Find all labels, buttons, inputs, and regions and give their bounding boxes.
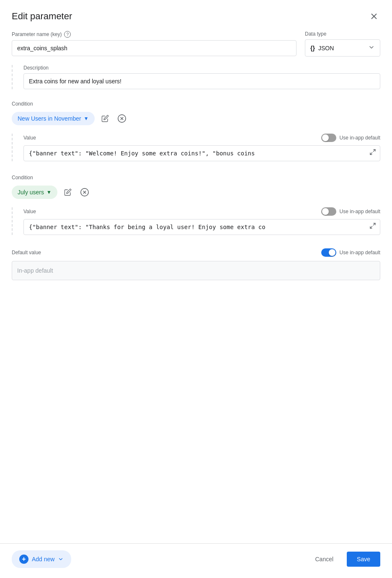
condition-1-section: Condition New Users in November ▼: [12, 101, 380, 161]
toggle-2-slider: [321, 207, 336, 216]
condition-1-label: Condition: [12, 101, 380, 107]
condition-1-value-row: Value Use in-app default: [23, 134, 380, 142]
condition-1-edit-button[interactable]: [100, 113, 111, 124]
dialog-body: Parameter name (key) ? Data type {} JSON: [0, 31, 392, 543]
description-section: Description: [12, 65, 380, 89]
condition-1-value-section: Value Use in-app default: [12, 134, 380, 161]
default-use-inapp-row: Use in-app default: [321, 248, 380, 257]
dashed-divider: [12, 65, 13, 89]
dashed-divider-1: [12, 134, 13, 161]
footer-actions: Cancel Save: [308, 552, 380, 567]
description-label: Description: [23, 65, 380, 71]
dialog-title: Edit parameter: [12, 11, 72, 22]
key-input[interactable]: [12, 40, 297, 56]
type-label: Data type: [305, 31, 380, 37]
chip-2-dropdown-arrow-icon: ▼: [46, 189, 52, 195]
condition-1-remove-button[interactable]: [116, 112, 128, 125]
default-label-row: Default value Use in-app default: [12, 248, 380, 257]
edit-parameter-dialog: Edit parameter Parameter name (key) ? Da…: [0, 0, 392, 578]
condition-2-section: Condition July users ▼: [12, 175, 380, 235]
help-icon[interactable]: ?: [64, 31, 71, 38]
save-button[interactable]: Save: [347, 552, 380, 567]
condition-2-chip[interactable]: July users ▼: [12, 186, 57, 199]
condition-2-chip-text: July users: [18, 189, 44, 196]
expand-icon-2[interactable]: [369, 222, 376, 231]
default-toggle[interactable]: [321, 248, 336, 257]
condition-1-use-inapp-row: Use in-app default: [321, 134, 380, 142]
condition-1-chip-row: New Users in November ▼: [12, 112, 380, 125]
data-type-value: JSON: [318, 45, 334, 52]
condition-2-value-input[interactable]: [23, 219, 380, 235]
condition-2-value-label: Value: [23, 209, 36, 214]
svg-line-10: [373, 223, 375, 225]
type-field-group: Data type {} JSON: [305, 31, 380, 57]
default-value-section: Default value Use in-app default In-app …: [12, 248, 380, 280]
svg-line-5: [373, 150, 375, 152]
description-input[interactable]: [23, 73, 380, 89]
condition-2-use-inapp-label: Use in-app default: [340, 209, 380, 214]
default-value-label: Default value: [12, 250, 41, 255]
add-new-label: Add new: [32, 556, 54, 563]
dialog-footer: + Add new Cancel Save: [0, 543, 392, 578]
key-label: Parameter name (key) ?: [12, 31, 297, 38]
condition-1-value-label: Value: [23, 135, 36, 141]
chevron-down-icon: [368, 44, 375, 52]
condition-1-value-input-wrapper: [23, 145, 380, 161]
condition-2-value-row: Value Use in-app default: [23, 207, 380, 216]
default-toggle-slider: [321, 248, 336, 257]
condition-2-value-input-wrapper: [23, 219, 380, 235]
add-new-chevron-icon: [58, 556, 64, 562]
key-type-row: Parameter name (key) ? Data type {} JSON: [12, 31, 380, 57]
chip-dropdown-arrow-icon: ▼: [84, 116, 89, 121]
close-button[interactable]: [368, 10, 380, 23]
condition-1-chip[interactable]: New Users in November ▼: [12, 112, 95, 125]
condition-2-value-section: Value Use in-app default: [12, 207, 380, 235]
add-new-button[interactable]: + Add new: [12, 550, 71, 568]
condition-2-remove-button[interactable]: [78, 186, 91, 199]
condition-2-edit-button[interactable]: [62, 187, 73, 198]
condition-1-toggle[interactable]: [321, 134, 336, 142]
condition-1-chip-text: New Users in November: [18, 115, 81, 122]
dialog-header: Edit parameter: [0, 0, 392, 31]
condition-2-use-inapp-row: Use in-app default: [321, 207, 380, 216]
default-use-inapp-label: Use in-app default: [340, 250, 380, 255]
condition-2-toggle[interactable]: [321, 207, 336, 216]
condition-1-use-inapp-label: Use in-app default: [340, 135, 380, 141]
condition-2-chip-row: July users ▼: [12, 186, 380, 199]
cancel-button[interactable]: Cancel: [308, 552, 340, 567]
data-type-select[interactable]: {} JSON: [305, 39, 380, 57]
svg-line-6: [370, 152, 372, 155]
toggle-knob: [322, 134, 329, 141]
condition-2-label: Condition: [12, 175, 380, 181]
toggle-2-knob: [322, 208, 329, 215]
condition-1-value-input[interactable]: [23, 145, 380, 161]
expand-icon-1[interactable]: [369, 149, 376, 157]
json-icon: {}: [310, 45, 315, 52]
default-toggle-knob: [329, 249, 335, 256]
toggle-slider: [321, 134, 336, 142]
default-value-input[interactable]: In-app default: [12, 261, 380, 280]
svg-line-11: [370, 226, 372, 228]
dashed-divider-2: [12, 207, 13, 235]
key-field-group: Parameter name (key) ?: [12, 31, 297, 56]
description-field-group: Description: [23, 65, 380, 89]
plus-icon: +: [19, 555, 28, 564]
